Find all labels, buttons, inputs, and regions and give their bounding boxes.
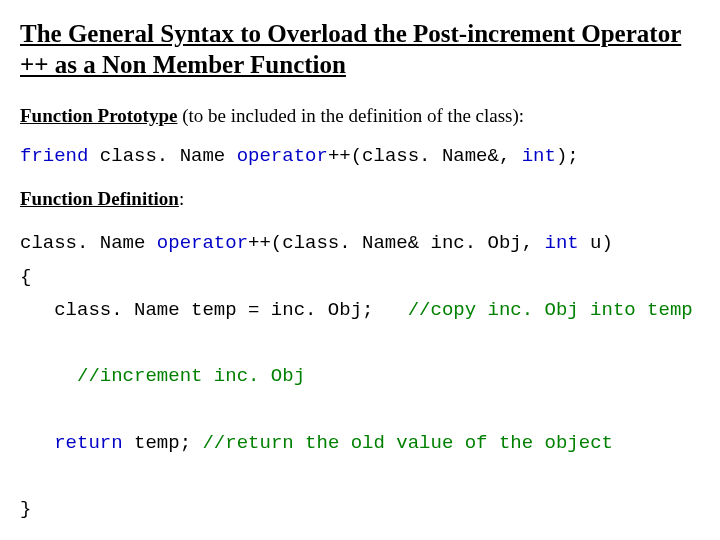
keyword-friend: friend [20,145,88,167]
code-text: class. Name [88,145,236,167]
prototype-code: friend class. Name operator++(class. Nam… [20,144,700,170]
code-text: ); [556,145,579,167]
code-text: ++(class. Name& inc. Obj, [248,232,544,254]
definition-label: Function Definition [20,188,179,209]
keyword-return: return [54,432,122,454]
code-text: { [20,266,31,288]
definition-code: class. Name operator++(class. Name& inc.… [20,227,700,526]
prototype-label: Function Prototype [20,105,177,126]
code-text [20,365,77,387]
prototype-heading: Function Prototype (to be included in th… [20,103,700,129]
prototype-rest: (to be included in the definition of the… [177,105,524,126]
definition-colon: : [179,188,184,209]
code-text: } [20,498,31,520]
definition-heading: Function Definition: [20,186,700,212]
keyword-operator: operator [237,145,328,167]
code-text: temp; [123,432,203,454]
keyword-operator: operator [157,232,248,254]
code-text [20,432,54,454]
code-text: class. Name temp = inc. Obj; [20,299,408,321]
page-title: The General Syntax to Overload the Post-… [20,18,700,81]
comment: //return the old value of the object [202,432,612,454]
comment: //copy inc. Obj into temp [408,299,693,321]
code-text: class. Name [20,232,157,254]
keyword-int: int [522,145,556,167]
comment: //increment inc. Obj [77,365,305,387]
keyword-int: int [545,232,579,254]
code-text: ++(class. Name&, [328,145,522,167]
code-text: u) [579,232,613,254]
